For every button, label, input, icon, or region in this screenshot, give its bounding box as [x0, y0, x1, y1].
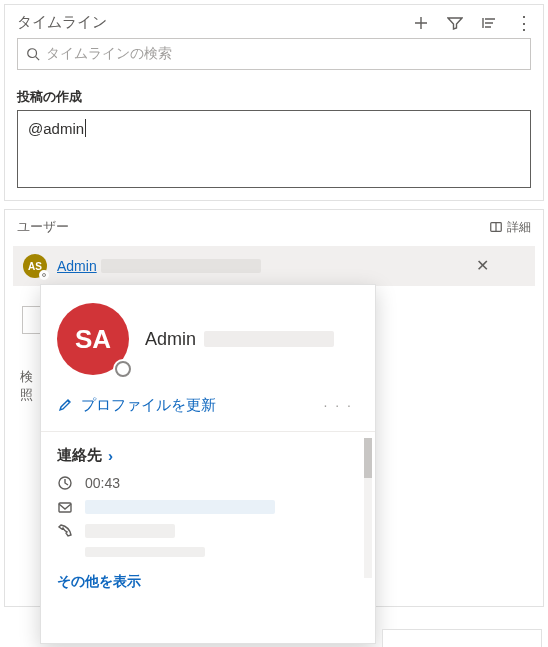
clock-icon	[57, 475, 73, 491]
filter-icon[interactable]	[447, 15, 463, 31]
svg-rect-3	[59, 503, 71, 512]
phone-icon	[57, 523, 73, 539]
timeline-title: タイムライン	[17, 13, 413, 32]
more-actions-button[interactable]: · · ·	[318, 393, 359, 417]
timeline-header-actions: ⋮	[413, 15, 531, 31]
profile-card-body: 連絡先 › 00:43 その他を表示	[41, 431, 375, 641]
compose-input[interactable]: @admin	[17, 110, 531, 188]
detail-label: 詳細	[507, 219, 531, 236]
edit-profile-label: プロファイルを更新	[81, 396, 216, 415]
profile-card-actions: プロファイルを更新 · · ·	[41, 387, 375, 431]
detail-icon	[489, 220, 503, 234]
scrollbar-thumb[interactable]	[364, 438, 372, 478]
edit-profile-button[interactable]: プロファイルを更新	[57, 396, 216, 415]
contact-time-row: 00:43	[57, 475, 359, 491]
contact-email-row[interactable]	[57, 499, 359, 515]
close-icon[interactable]: ✕	[470, 254, 495, 278]
users-header: ユーザー 詳細	[5, 210, 543, 242]
redacted-line	[85, 547, 205, 557]
contacts-header[interactable]: 連絡先 ›	[57, 446, 359, 465]
contact-phone-extra	[85, 547, 359, 557]
redacted-email	[85, 500, 275, 514]
scrollbar[interactable]	[364, 438, 372, 578]
contact-phone-row[interactable]	[57, 523, 359, 539]
mention-suggestion[interactable]: AS Admin ✕	[13, 246, 535, 286]
compose-wrap: @admin	[5, 110, 543, 200]
profile-card-header: SA Admin	[41, 285, 375, 387]
avatar-initials: AS	[28, 261, 42, 272]
profile-display-name: Admin	[145, 329, 334, 350]
avatar: AS	[23, 254, 47, 278]
search-placeholder: タイムラインの検索	[46, 45, 172, 63]
contacts-header-label: 連絡先	[57, 446, 102, 465]
detail-button[interactable]: 詳細	[489, 219, 531, 236]
profile-name-text: Admin	[145, 329, 196, 350]
show-more-button[interactable]: その他を表示	[57, 573, 359, 591]
timeline-search-row: タイムラインの検索	[5, 38, 543, 80]
users-header-label: ユーザー	[17, 218, 69, 236]
mail-icon	[57, 499, 73, 515]
redacted-text	[101, 259, 261, 273]
compose-value: @admin	[28, 120, 84, 137]
text-caret	[85, 119, 86, 137]
search-input[interactable]: タイムラインの検索	[17, 38, 531, 70]
partial-element	[382, 629, 542, 647]
redacted-phone	[85, 524, 175, 538]
more-icon[interactable]: ⋮	[515, 15, 531, 31]
redacted-text	[204, 331, 334, 347]
presence-indicator	[39, 270, 49, 280]
timeline-panel: タイムライン ⋮ タイムラインの検索 投稿の作成 @admin	[4, 4, 544, 201]
svg-point-0	[28, 49, 37, 58]
sort-icon[interactable]	[481, 15, 497, 31]
add-icon[interactable]	[413, 15, 429, 31]
timeline-header: タイムライン ⋮	[5, 5, 543, 38]
chevron-right-icon: ›	[108, 447, 113, 464]
edit-icon	[57, 397, 73, 413]
search-icon	[26, 47, 40, 61]
compose-label: 投稿の作成	[5, 80, 543, 110]
avatar: SA	[57, 303, 129, 375]
background-text: 検	[20, 368, 33, 386]
background-text: 照	[20, 386, 33, 404]
contact-time-value: 00:43	[85, 475, 120, 491]
presence-indicator	[113, 359, 133, 379]
profile-card: SA Admin プロファイルを更新 · · · 連絡先 ›	[40, 284, 376, 644]
suggestion-name[interactable]: Admin	[57, 258, 97, 274]
avatar-initials: SA	[75, 324, 111, 355]
